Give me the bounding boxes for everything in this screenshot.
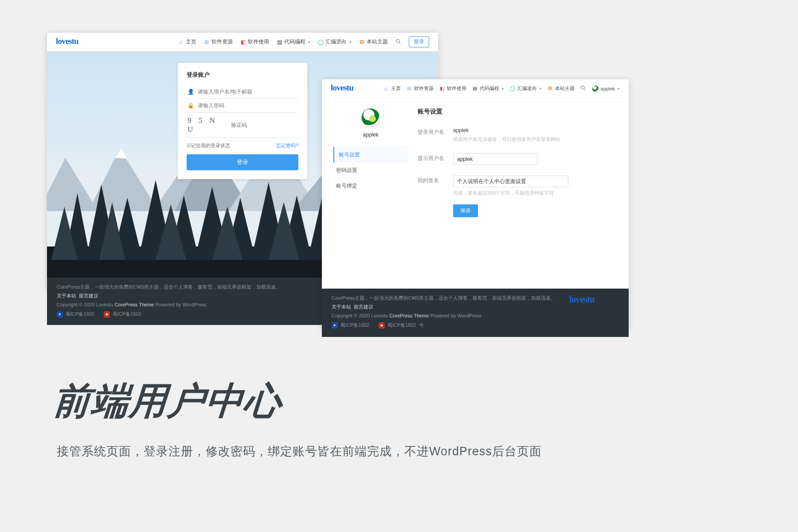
label-login-username: 登录用户名 — [418, 127, 444, 136]
username-input[interactable] — [198, 89, 297, 95]
svg-line-2 — [399, 42, 400, 43]
theme-link[interactable]: CorePress Theme — [389, 313, 429, 318]
svg-text:lovestu: lovestu — [56, 36, 78, 46]
copyright-post: Powered by WordPress — [429, 313, 481, 318]
icp-shield-icon: ✦ — [57, 311, 63, 317]
copyright-pre: Copyright © 2020 Lovestu — [332, 313, 389, 318]
svg-line-34 — [584, 89, 585, 90]
main-nav: ⌂主页 ⊞软件资源 ◧软件使用 ▤代码编程▾ ◯汇编逆向▾ ✪本站主题 appl… — [383, 85, 620, 92]
page-headline: 前端用户中心 — [53, 376, 282, 426]
chevron-down-icon: ▾ — [308, 40, 310, 44]
nav-home[interactable]: ⌂主页 — [383, 85, 401, 92]
svg-point-33 — [581, 86, 584, 90]
footer-about-link[interactable]: 关于本站 — [57, 293, 76, 298]
home-icon: ⌂ — [178, 39, 184, 45]
captcha-input[interactable] — [231, 122, 297, 128]
nav-resources[interactable]: ⊞软件资源 — [406, 85, 434, 92]
footer: CorePress主题，一款强大的免费的CMS类主题，适合个人博客，极客范，前端… — [322, 289, 629, 337]
svg-text:lovestu: lovestu — [331, 83, 353, 92]
menu-bind[interactable]: 账号绑定 — [333, 178, 408, 194]
svg-marker-8 — [115, 148, 127, 159]
nav-home[interactable]: ⌂主页 — [178, 38, 196, 46]
signature-input[interactable] — [453, 176, 568, 187]
icp-2[interactable]: 蜀ICP备1602 — [113, 310, 141, 319]
settings-sidemenu: 账号设置 密码设置 账号绑定 — [333, 147, 408, 194]
hint-signature: 可选，签名超过200个字符，不能包含特殊字符 — [453, 190, 617, 196]
captcha-row: 9 5 N U — [187, 113, 298, 138]
topbar: lovestu ⌂主页 ⊞软件资源 ◧软件使用 ▤代码编程▾ ◯汇编逆向▾ ✪本… — [47, 33, 438, 51]
footer-description: CorePress主题，一款强大的免费的CMS类主题，适合个人博客，极客范，前端… — [332, 294, 569, 303]
submit-login-button[interactable]: 登录 — [187, 154, 298, 170]
user-menu[interactable]: applek▾ — [592, 85, 620, 92]
login-card: 登录账户 👤 🔒 9 5 N U ☑记住我的登录状态 忘记密码? 登录 — [178, 63, 307, 179]
grid-icon: ⊞ — [203, 39, 210, 45]
footer-feedback-link[interactable]: 留言建议 — [354, 304, 373, 309]
settings-window: lovestu ⌂主页 ⊞软件资源 ◧软件使用 ▤代码编程▾ ◯汇编逆向▾ ✪本… — [322, 79, 629, 329]
label-display-name: 显示用户名 — [418, 153, 444, 162]
shield-icon: ◯ — [509, 86, 516, 92]
footer-logo[interactable]: lovestu — [569, 294, 619, 330]
chevron-down-icon: ▾ — [502, 86, 504, 91]
icp-1[interactable]: 蜀ICP备1602 — [66, 310, 94, 319]
code-icon: ▤ — [276, 39, 282, 45]
main-nav: ⌂主页 ⊞软件资源 ◧软件使用 ▤代码编程▾ ◯汇编逆向▾ ✪本站主题 登录 — [178, 36, 429, 47]
nav-code[interactable]: ▤代码编程▾ — [472, 85, 504, 92]
nav-reverse[interactable]: ◯汇编逆向▾ — [317, 38, 352, 46]
panel-title: 账号设置 — [418, 108, 617, 116]
brand-logo[interactable]: lovestu — [56, 36, 98, 47]
nav-code[interactable]: ▤代码编程▾ — [276, 38, 310, 46]
page-subtitle: 接管系统页面，登录注册，修改密码，绑定账号皆在前端完成，不进WordPress后… — [57, 443, 542, 459]
label-signature: 我的签名 — [418, 176, 444, 184]
code-icon: ▤ — [472, 86, 478, 92]
icp-2[interactable]: 蜀ICP备1602 — [387, 321, 416, 330]
remember-me[interactable]: ☑记住我的登录状态 — [187, 142, 230, 149]
lock-icon: 🔒 — [188, 102, 194, 109]
police-badge-icon: ★ — [379, 322, 385, 329]
icp-1[interactable]: 蜀ICP备1602 — [340, 321, 369, 330]
footer-feedback-link[interactable]: 留言建议 — [79, 293, 98, 298]
nav-usage[interactable]: ◧软件使用 — [240, 38, 269, 46]
nav-theme[interactable]: ✪本站主题 — [359, 38, 388, 46]
theme-link[interactable]: CorePress Theme — [114, 302, 154, 307]
nav-reverse[interactable]: ◯汇编逆向▾ — [509, 85, 542, 92]
user-icon: 👤 — [188, 89, 194, 95]
chevron-down-icon: ▾ — [540, 86, 542, 91]
password-input[interactable] — [198, 102, 297, 109]
footer-about-link[interactable]: 关于本站 — [332, 304, 351, 309]
value-login-username: applek — [453, 127, 617, 133]
chevron-down-icon: ▾ — [349, 40, 352, 44]
forgot-password-link[interactable]: 忘记密码? — [276, 142, 298, 149]
username-field-row: 👤 — [187, 85, 298, 99]
apps-icon: ◧ — [240, 39, 246, 45]
captcha-image[interactable]: 9 5 N U — [188, 116, 225, 134]
hint-login-username: 登录用户名无法修改，可以使用本用户名登录网站 — [453, 136, 617, 143]
brand-logo[interactable]: lovestu — [331, 83, 372, 94]
login-title: 登录账户 — [187, 71, 298, 79]
settings-panel: 账号设置 登录用户名 applek 登录用户名无法修改，可以使用本用户名登录网站… — [418, 108, 617, 289]
nav-theme[interactable]: ✪本站主题 — [547, 85, 575, 92]
grid-icon: ⊞ — [406, 86, 412, 92]
copyright-pre: Copyright © 2020 Lovestu — [57, 302, 114, 307]
topbar: lovestu ⌂主页 ⊞软件资源 ◧软件使用 ▤代码编程▾ ◯汇编逆向▾ ✪本… — [322, 79, 629, 98]
theme-icon: ✪ — [547, 86, 553, 92]
shield-icon: ◯ — [317, 39, 324, 45]
login-button[interactable]: 登录 — [409, 36, 429, 47]
theme-icon: ✪ — [359, 39, 365, 45]
home-icon: ⌂ — [383, 86, 389, 92]
chevron-down-icon: ▾ — [618, 86, 620, 91]
password-field-row: 🔒 — [187, 99, 298, 113]
menu-account[interactable]: 账号设置 — [333, 147, 408, 163]
nav-resources[interactable]: ⊞软件资源 — [203, 38, 233, 46]
apps-icon: ◧ — [439, 86, 445, 92]
svg-point-1 — [396, 39, 400, 43]
avatar-icon — [592, 85, 599, 92]
menu-password[interactable]: 密码设置 — [333, 163, 408, 178]
svg-text:lovestu: lovestu — [569, 294, 595, 304]
save-button[interactable]: 保存 — [453, 204, 478, 217]
copyright-post: Powered by WordPress — [154, 302, 206, 307]
nav-usage[interactable]: ◧软件使用 — [439, 85, 466, 92]
avatar[interactable] — [361, 108, 380, 127]
search-icon[interactable] — [580, 85, 587, 92]
search-icon[interactable] — [395, 38, 402, 46]
display-name-input[interactable] — [453, 153, 537, 165]
